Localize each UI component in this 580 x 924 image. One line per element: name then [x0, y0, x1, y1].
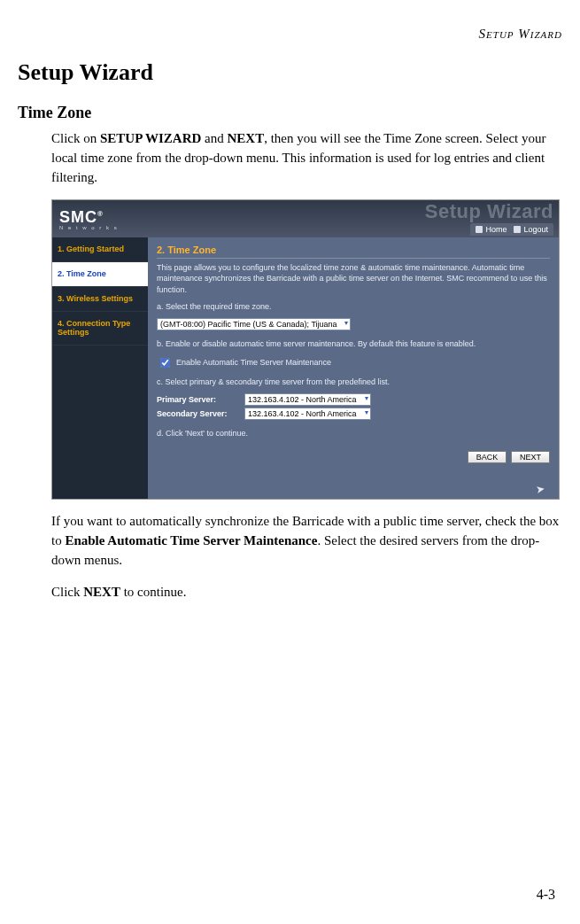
home-icon — [476, 226, 483, 233]
primary-server-select[interactable]: 132.163.4.102 - North America — [244, 393, 371, 406]
embedded-screenshot: SMC® N e t w o r k s Setup Wizard Home L… — [51, 199, 562, 500]
wizard-title-banner: Setup Wizard — [425, 200, 553, 223]
home-link-label: Home — [485, 225, 507, 234]
panel-intro: This page allows you to configure the lo… — [157, 262, 550, 294]
logo-subtext: N e t w o r k s — [59, 225, 119, 230]
panel-heading: 2. Time Zone — [157, 245, 550, 259]
timezone-select-wrap: (GMT-08:00) Pacific Time (US & Canada); … — [157, 318, 351, 330]
logo-text: SMC® — [59, 208, 104, 226]
secondary-server-select[interactable]: 132.163.4.102 - North America — [244, 408, 371, 420]
app-header: SMC® N e t w o r k s Setup Wizard Home L… — [52, 200, 559, 237]
secondary-server-select-wrap: 132.163.4.102 - North America — [244, 408, 371, 420]
text: Click on — [51, 131, 100, 145]
text: and — [201, 131, 227, 145]
text: to continue. — [120, 585, 187, 599]
followup-paragraph-2: Click NEXT to continue. — [51, 583, 562, 602]
timezone-select[interactable]: (GMT-08:00) Pacific Time (US & Canada); … — [157, 318, 351, 330]
page-title-h1: Setup Wizard — [18, 59, 562, 86]
button-bar: BACK NEXT ➤ — [157, 451, 550, 463]
step-b-label: b. Enable or disable automatic time serv… — [157, 338, 550, 349]
bold: Enable Automatic Time Server Maintenance — [65, 533, 317, 547]
bold: NEXT — [228, 131, 265, 145]
step-d-label: d. Click 'Next' to continue. — [157, 428, 550, 439]
sidebar-step-2[interactable]: 2. Time Zone — [52, 262, 148, 287]
section-title-h2: Time Zone — [18, 104, 562, 122]
wizard-sidebar: 1. Getting Started 2. Time Zone 3. Wirel… — [52, 237, 148, 499]
secondary-server-label: Secondary Server: — [157, 409, 241, 418]
top-link-bar: Home Logout — [470, 223, 553, 236]
sidebar-step-3[interactable]: 3. Wireless Settings — [52, 287, 148, 312]
followup-paragraph-1: If you want to automatically synchronize… — [51, 512, 562, 570]
primary-server-label: Primary Server: — [157, 395, 241, 404]
home-link[interactable]: Home — [476, 225, 507, 234]
bold: SETUP WIZARD — [100, 131, 201, 145]
running-header: Setup Wizard — [18, 27, 562, 42]
text: Click — [51, 585, 83, 599]
cursor-icon: ➤ — [535, 482, 545, 496]
brand-logo: SMC® N e t w o r k s — [59, 208, 119, 230]
wizard-main-panel: 2. Time Zone This page allows you to con… — [148, 237, 559, 499]
sidebar-step-4[interactable]: 4. Connection Type Settings — [52, 312, 148, 346]
next-button[interactable]: NEXT — [511, 451, 550, 463]
intro-paragraph: Click on SETUP WIZARD and NEXT, then you… — [51, 129, 562, 187]
auto-time-checkbox[interactable] — [160, 358, 170, 368]
step-c-label: c. Select primary & secondary time serve… — [157, 377, 550, 387]
back-button[interactable]: BACK — [468, 451, 507, 463]
step-a-label: a. Select the required time zone. — [157, 301, 550, 312]
logout-icon — [514, 226, 521, 233]
page-number: 4-3 — [537, 887, 555, 903]
logout-link-label: Logout — [523, 225, 548, 234]
logout-link[interactable]: Logout — [514, 225, 548, 234]
sidebar-step-1[interactable]: 1. Getting Started — [52, 237, 148, 262]
auto-time-checkbox-label: Enable Automatic Time Server Maintenance — [176, 358, 331, 367]
bold: NEXT — [83, 585, 120, 599]
primary-server-select-wrap: 132.163.4.102 - North America — [244, 393, 371, 406]
